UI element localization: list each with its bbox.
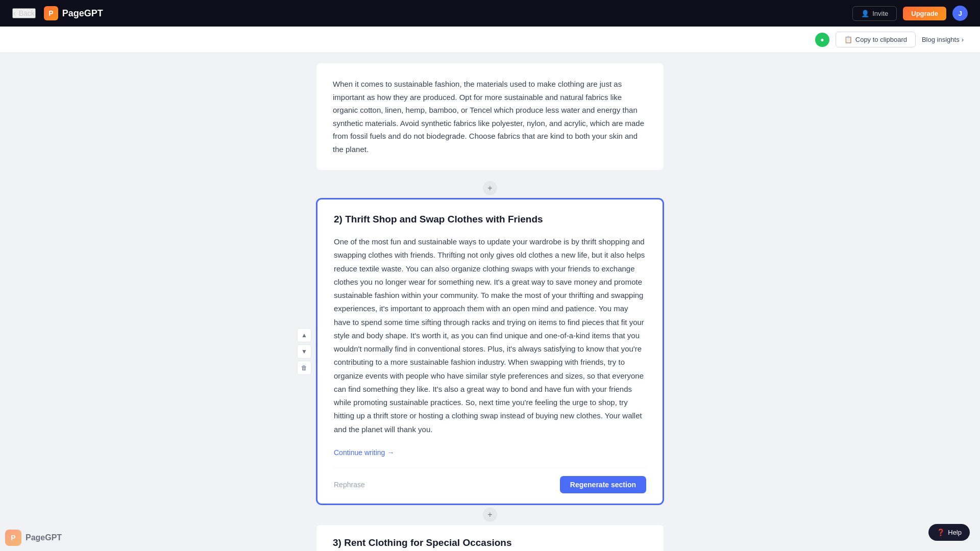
main-content: When it comes to sustainable fashion, th… [0,53,980,551]
logo-icon: P [44,6,58,20]
section-divider-bottom: + [316,505,664,525]
section-3-block: 3) Rent Clothing for Special Occasions I… [316,525,664,551]
intro-text: When it comes to sustainable fashion, th… [333,78,647,156]
back-label: Back [19,9,35,17]
help-button[interactable]: ❓ Help [928,524,970,541]
nav-left: ‹ Back P PageGPT [12,6,103,20]
help-icon: ❓ [937,529,945,536]
user-avatar[interactable]: J [952,6,968,21]
intro-text-block: When it comes to sustainable fashion, th… [316,63,664,170]
section-2-title: 2) Thrift Shop and Swap Clothes with Fri… [334,214,646,225]
add-section-button-bottom[interactable]: + [483,508,497,522]
top-nav: ‹ Back P PageGPT 👤 Invite Upgrade J [0,0,980,27]
up-arrow-icon: ▲ [301,332,307,339]
move-down-button[interactable]: ▼ [297,344,311,359]
nav-right: 👤 Invite Upgrade J [852,6,968,21]
section-3-title: 3) Rent Clothing for Special Occasions [333,537,647,548]
section-divider-top: + [316,178,664,198]
invite-button[interactable]: 👤 Invite [852,6,897,21]
bottom-watermark: P PageGPT [5,530,62,546]
back-arrow-icon: ‹ [13,9,16,17]
regenerate-section-button[interactable]: Regenerate section [560,476,646,493]
bottom-logo-icon: P [5,530,21,546]
section-2-card: ▲ ▼ 🗑 2) Thrift Shop and Swap Clothes wi… [316,198,664,505]
trash-icon: 🗑 [301,364,307,371]
status-indicator: ● [815,33,829,47]
check-icon: ● [820,36,824,43]
bottom-logo-text: PageGPT [26,533,62,542]
chevron-right-icon: › [962,36,964,43]
section-footer: Rephrase Regenerate section [334,467,646,493]
blog-insights-button[interactable]: Blog insights › [922,36,964,43]
clipboard-icon: 📋 [844,36,852,43]
add-section-button-top[interactable]: + [483,181,497,195]
logo-text: PageGPT [62,8,103,19]
section-2-body: One of the most fun and sustainable ways… [334,235,646,436]
person-icon: 👤 [861,10,869,17]
blog-insights-label: Blog insights [922,36,960,43]
copy-clipboard-button[interactable]: 📋 Copy to clipboard [836,32,916,47]
logo-area: P PageGPT [44,6,103,20]
upgrade-button[interactable]: Upgrade [903,7,946,20]
invite-label: Invite [872,10,888,17]
down-arrow-icon: ▼ [301,348,307,355]
content-area: When it comes to sustainable fashion, th… [316,63,664,551]
continue-writing-arrow: → [387,448,394,457]
rephrase-button[interactable]: Rephrase [334,481,365,489]
help-label: Help [948,529,962,536]
side-controls: ▲ ▼ 🗑 [297,328,311,375]
move-up-button[interactable]: ▲ [297,328,311,342]
delete-section-button[interactable]: 🗑 [297,361,311,375]
continue-writing-label: Continue writing [334,448,385,457]
copy-clipboard-label: Copy to clipboard [855,36,907,43]
back-button[interactable]: ‹ Back [12,8,36,18]
toolbar-bar: ● 📋 Copy to clipboard Blog insights › [0,27,980,53]
continue-writing-link[interactable]: Continue writing → [334,448,394,457]
